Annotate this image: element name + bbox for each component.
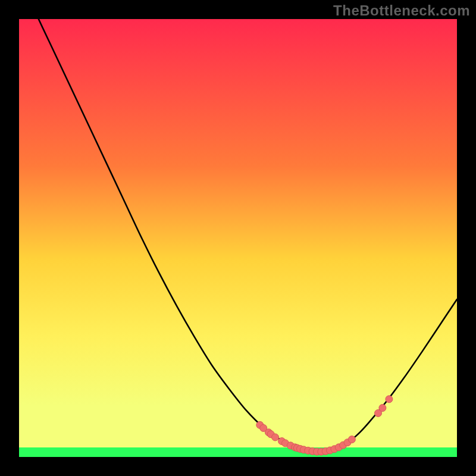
chart-stage: TheBottleneck.com — [0, 0, 476, 476]
data-marker — [386, 396, 393, 403]
data-marker — [348, 436, 355, 443]
gradient-background — [19, 19, 457, 406]
yellow-band — [19, 406, 457, 447]
green-band — [19, 447, 457, 457]
chart-svg — [0, 0, 476, 476]
data-marker — [379, 405, 386, 412]
data-marker — [272, 434, 279, 441]
watermark: TheBottleneck.com — [333, 2, 470, 19]
